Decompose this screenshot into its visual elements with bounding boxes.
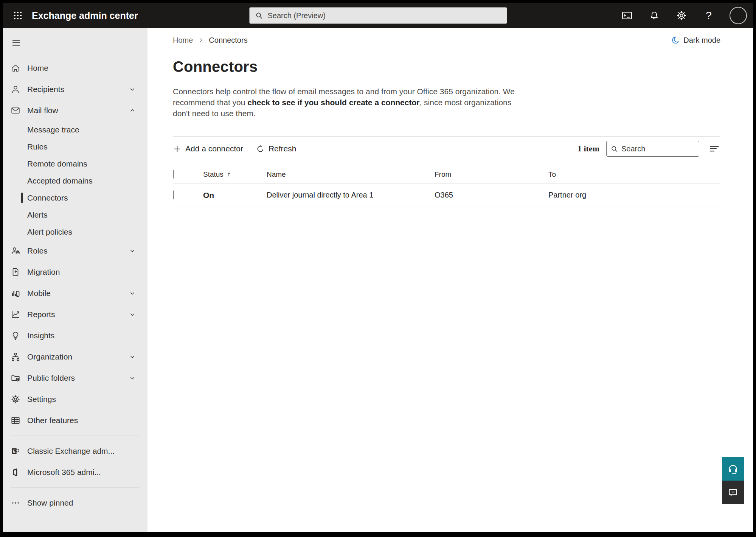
add-connector-label: Add a connector xyxy=(185,144,243,153)
sidebar-item-label: Migration xyxy=(27,268,60,277)
sidebar-item-label: Insights xyxy=(27,331,54,340)
filter-lines-icon xyxy=(709,143,720,154)
column-header-status[interactable]: Status xyxy=(203,170,267,179)
account-avatar[interactable] xyxy=(730,7,747,24)
sidebar-item-message-trace[interactable]: Message trace xyxy=(3,121,147,138)
sidebar-item-label: Alert policies xyxy=(27,227,72,237)
sidebar-divider xyxy=(11,436,140,436)
help-fab-stack xyxy=(722,457,744,504)
dark-mode-toggle[interactable]: Dark mode xyxy=(671,36,720,45)
help-button[interactable]: ? xyxy=(702,9,715,22)
main-content: Home Connectors Dark mode Connectors xyxy=(147,28,753,532)
moon-icon xyxy=(671,36,680,45)
folder-globe-icon xyxy=(11,373,20,383)
sidebar-item-label: Recipients xyxy=(27,85,64,94)
question-mark-icon: ? xyxy=(706,9,712,22)
cell-name[interactable]: Deliver journal directly to Area 1 xyxy=(267,191,435,199)
breadcrumb-home-link[interactable]: Home xyxy=(173,36,193,45)
list-search-input[interactable] xyxy=(621,145,695,153)
line-chart-icon xyxy=(11,310,20,319)
row-checkbox[interactable] xyxy=(173,190,174,199)
column-header-to[interactable]: To xyxy=(548,170,720,179)
sidebar-item-alert-policies[interactable]: Alert policies xyxy=(3,223,147,240)
microsoft-365-icon xyxy=(11,467,20,477)
sidebar-item-alerts[interactable]: Alerts xyxy=(3,206,147,223)
add-connector-button[interactable]: Add a connector xyxy=(173,144,243,153)
gear-icon xyxy=(676,10,687,21)
refresh-label: Refresh xyxy=(269,144,297,153)
command-bar: Add a connector Refresh 1 item xyxy=(173,137,720,161)
create-connector-check-link[interactable]: check to see if you should create a conn… xyxy=(247,98,419,107)
cell-status: On xyxy=(203,191,267,200)
sidebar-item-label: Settings xyxy=(27,395,56,404)
sidebar-item-show-pinned[interactable]: Show pinned xyxy=(3,492,147,514)
home-icon xyxy=(11,63,20,73)
list-tools: 1 item xyxy=(577,141,720,157)
plus-icon xyxy=(173,145,182,153)
list-search-box[interactable] xyxy=(606,141,699,157)
nav-collapse-button[interactable] xyxy=(11,37,22,48)
status-header-label: Status xyxy=(203,170,224,179)
sidebar-divider xyxy=(11,487,140,488)
app-launcher-button[interactable] xyxy=(10,8,26,23)
chevron-down-icon xyxy=(129,247,136,255)
ellipsis-icon xyxy=(11,498,20,508)
topbar-actions: ? xyxy=(621,7,747,24)
chevron-right-icon xyxy=(198,37,203,43)
sidebar-item-mail-flow[interactable]: Mail flow xyxy=(3,100,147,121)
app-title: Exchange admin center xyxy=(32,10,138,21)
sidebar-item-home[interactable]: Home xyxy=(3,58,147,79)
chevron-down-icon xyxy=(129,374,136,382)
sidebar-item-label: Message trace xyxy=(27,125,79,134)
sidebar-item-connectors[interactable]: Connectors xyxy=(3,189,147,206)
sidebar-item-recipients[interactable]: Recipients xyxy=(3,79,147,100)
search-icon xyxy=(610,145,618,153)
mail-icon xyxy=(11,106,20,115)
sidebar-item-mobile[interactable]: Mobile xyxy=(3,283,147,304)
settings-button[interactable] xyxy=(675,9,688,22)
sidebar-item-accepted-domains[interactable]: Accepted domains xyxy=(3,172,147,189)
sidebar-item-insights[interactable]: Insights xyxy=(3,325,147,346)
sidebar-item-classic-exchange-admin[interactable]: E Classic Exchange adm... xyxy=(3,440,147,462)
sidebar-item-microsoft-365-admin[interactable]: Microsoft 365 admi... xyxy=(3,462,147,483)
feedback-button[interactable] xyxy=(722,481,744,504)
table-header-row: Status Name From To xyxy=(173,165,720,184)
body-row: Home Recipients Mai xyxy=(3,28,753,532)
dark-mode-label: Dark mode xyxy=(683,36,720,45)
sidebar-item-other-features[interactable]: Other features xyxy=(3,410,147,431)
select-all-checkbox[interactable] xyxy=(173,170,174,179)
sidebar-nav: Home Recipients Mai xyxy=(3,28,147,532)
sidebar-item-public-folders[interactable]: Public folders xyxy=(3,367,147,389)
sidebar-item-rules[interactable]: Rules xyxy=(3,138,147,155)
notifications-button[interactable] xyxy=(648,9,661,22)
support-button[interactable] xyxy=(722,457,744,481)
connectors-table: Status Name From To On Deliver journ xyxy=(173,165,720,207)
sort-ascending-icon xyxy=(226,171,232,177)
global-search-input[interactable] xyxy=(268,11,501,20)
cloud-shell-button[interactable] xyxy=(621,9,633,22)
column-header-name[interactable]: Name xyxy=(267,170,435,179)
svg-text:E: E xyxy=(13,449,16,453)
sidebar-item-reports[interactable]: Reports xyxy=(3,304,147,325)
sidebar-item-label: Microsoft 365 admi... xyxy=(27,468,101,477)
sidebar-item-label: Accepted domains xyxy=(27,176,93,185)
sidebar-item-remote-domains[interactable]: Remote domains xyxy=(3,155,147,172)
sidebar-item-migration[interactable]: Migration xyxy=(3,261,147,283)
headset-icon xyxy=(727,463,739,475)
column-header-from[interactable]: From xyxy=(435,170,548,179)
sidebar-item-roles[interactable]: Roles xyxy=(3,240,147,261)
filter-button[interactable] xyxy=(708,143,720,155)
sidebar-item-label: Reports xyxy=(27,310,55,319)
breadcrumb-current: Connectors xyxy=(209,36,247,45)
table-row[interactable]: On Deliver journal directly to Area 1 O3… xyxy=(173,184,720,207)
chevron-up-icon xyxy=(129,107,136,114)
sidebar-item-organization[interactable]: Organization xyxy=(3,346,147,367)
refresh-button[interactable]: Refresh xyxy=(256,144,297,153)
mobile-icon xyxy=(11,288,20,298)
terminal-icon xyxy=(621,10,633,21)
sidebar-item-settings[interactable]: Settings xyxy=(3,389,147,410)
search-icon xyxy=(255,11,263,20)
sidebar-item-label: Organization xyxy=(27,352,72,361)
bell-icon xyxy=(649,10,660,21)
global-search-box[interactable] xyxy=(249,7,507,24)
